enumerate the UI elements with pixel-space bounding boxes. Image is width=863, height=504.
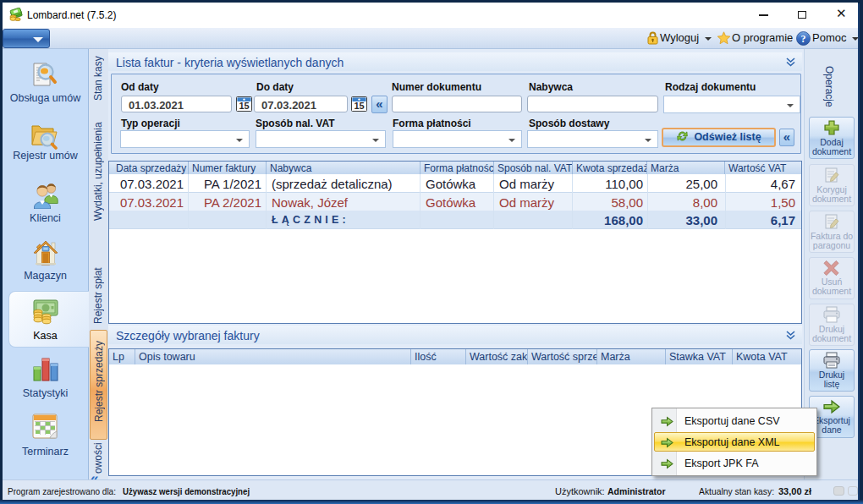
svg-text:15: 15 <box>239 101 249 111</box>
svg-text:15: 15 <box>354 101 364 111</box>
svg-text:?: ? <box>801 33 806 45</box>
